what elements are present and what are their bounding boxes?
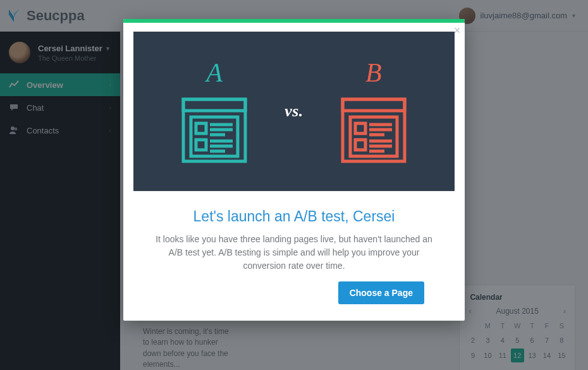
modal-overlay[interactable]: × A: [0, 0, 588, 370]
modal: × A: [123, 19, 465, 321]
letter-b: B: [365, 58, 382, 88]
variant-b: B: [339, 58, 408, 165]
page-b-icon: [339, 96, 408, 165]
svg-rect-18: [343, 99, 405, 111]
svg-rect-9: [196, 123, 206, 133]
vs-label: vs.: [285, 102, 303, 121]
variant-a: A: [180, 58, 249, 165]
choose-page-button[interactable]: Choose a Page: [338, 281, 424, 304]
modal-title: Let's launch an A/B test, Cersei: [152, 208, 436, 225]
svg-rect-13: [196, 140, 206, 150]
modal-hero: A vs.: [133, 32, 455, 191]
svg-rect-20: [355, 123, 365, 133]
svg-rect-24: [355, 140, 365, 150]
svg-rect-7: [183, 99, 245, 111]
letter-a: A: [206, 58, 223, 88]
page-a-icon: [180, 96, 249, 165]
modal-text: It looks like you have three landing pag…: [152, 233, 436, 273]
